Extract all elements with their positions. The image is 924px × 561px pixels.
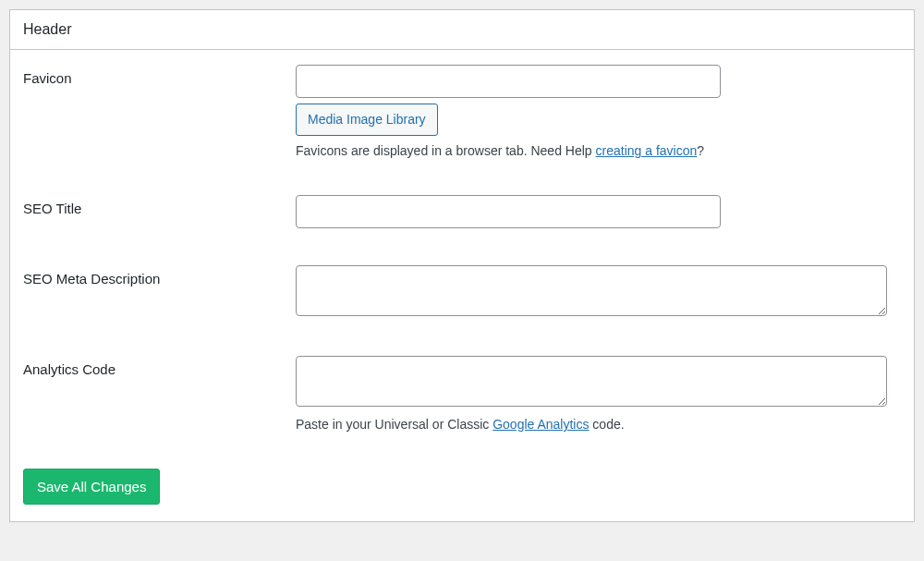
analytics-help: Paste in your Universal or Classic Googl… [296,417,901,432]
analytics-control: Paste in your Universal or Classic Googl… [296,356,901,432]
favicon-control: Media Image Library Favicons are display… [296,65,901,158]
favicon-help: Favicons are displayed in a browser tab.… [296,143,901,158]
panel-title: Header [10,10,914,50]
analytics-help-suffix: code. [589,417,624,432]
panel-body: Favicon Media Image Library Favicons are… [10,50,914,521]
analytics-row: Analytics Code Paste in your Universal o… [23,356,901,432]
favicon-help-prefix: Favicons are displayed in a browser tab.… [296,143,596,158]
seo-title-label: SEO Title [23,195,296,216]
analytics-help-prefix: Paste in your Universal or Classic [296,417,492,432]
favicon-help-suffix: ? [697,143,704,158]
seo-title-control [296,195,901,228]
seo-title-input[interactable] [296,195,721,228]
save-button[interactable]: Save All Changes [23,469,160,505]
favicon-row: Favicon Media Image Library Favicons are… [23,65,901,158]
favicon-help-link[interactable]: creating a favicon [596,143,698,158]
seo-title-row: SEO Title [23,195,901,228]
media-library-button[interactable]: Media Image Library [296,104,438,136]
favicon-label: Favicon [23,65,296,86]
seo-meta-textarea[interactable] [296,265,887,316]
seo-meta-label: SEO Meta Description [23,265,296,287]
settings-panel: Header Favicon Media Image Library Favic… [9,9,915,522]
analytics-textarea[interactable] [296,356,887,407]
favicon-input[interactable] [296,65,721,98]
analytics-help-link[interactable]: Google Analytics [492,417,589,432]
seo-meta-control [296,265,901,319]
seo-meta-row: SEO Meta Description [23,265,901,319]
analytics-label: Analytics Code [23,356,296,377]
